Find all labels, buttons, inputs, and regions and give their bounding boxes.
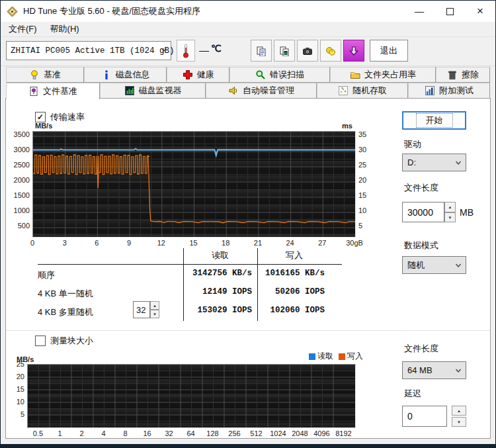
axis-tick-label: 1500 [7, 191, 30, 199]
doc-bulb-icon [28, 86, 39, 97]
row-4k-single-write: 50206 IOPS [245, 287, 325, 296]
tab-file-benchmark[interactable]: 文件基准 [6, 83, 100, 99]
info-icon [101, 69, 112, 80]
file-length-unit: MB [460, 207, 474, 218]
temperature-button[interactable] [177, 40, 195, 62]
row-sequential-read: 3142756 KB/s [173, 269, 252, 278]
menu-help[interactable]: 帮助(H) [45, 23, 85, 35]
axis-tick-label: 25 [2, 360, 24, 368]
drive-select[interactable]: D: [402, 154, 466, 171]
checkbox-box [35, 336, 46, 346]
chart-small-icon [425, 85, 435, 96]
tab-extra-tests[interactable]: 附加测试 [408, 83, 490, 99]
block-size-checkbox[interactable]: 测量块大小 [35, 335, 93, 347]
section-separator [6, 330, 490, 331]
copy-text-icon [256, 46, 267, 56]
row-4k-multi-label: 4 KB 多重随机 [38, 306, 93, 318]
axis-tick-label: 3 [50, 239, 79, 247]
tab-folder-usage[interactable]: 文件夹占用率 [330, 67, 436, 83]
camera-icon [302, 46, 313, 56]
lightbulb-icon [29, 69, 40, 80]
toolbar: ZHITAI PC005 Active 1TB (1024 gB) — ℃ 退出 [1, 37, 495, 66]
bar-chart-icon [124, 85, 135, 96]
hdtune-window: HD Tune 专业版 5.60 - 硬盘/固态硬盘实用程序 — × 文件(F)… [0, 0, 496, 448]
tab-benchmark[interactable]: 基准 [6, 67, 84, 83]
axis-tick-label: 25 [358, 161, 378, 169]
file-length2-select[interactable]: 64 MB [402, 361, 466, 379]
axis-tick-label: 3500 [7, 130, 30, 138]
chevron-down-icon [454, 261, 462, 269]
folder-icon [350, 69, 360, 80]
minimize-button[interactable]: — [404, 1, 434, 22]
tab-disk-info[interactable]: 磁盘信息 [84, 67, 167, 83]
data-mode-select[interactable]: 随机 [402, 256, 466, 274]
read-legend-swatch [309, 353, 315, 360]
file-length-input[interactable]: 30000 [402, 202, 444, 222]
transfer-rate-chart [32, 131, 356, 238]
tab-error-scan[interactable]: 错误扫描 [229, 67, 330, 83]
copy-image-icon [279, 46, 290, 56]
axis-tick-label: 5 [2, 410, 24, 418]
axis-tick-label: 1000 [7, 206, 30, 214]
row-4k-single-read: 12149 IOPS [173, 287, 252, 296]
row-4k-multi-read: 153029 IOPS [173, 306, 252, 315]
axis-tick-label: 0 [18, 239, 47, 247]
drive-selector[interactable]: ZHITAI PC005 Active 1TB (1024 gB) [6, 41, 171, 60]
title-bar: HD Tune 专业版 5.60 - 硬盘/固态硬盘实用程序 — × [1, 1, 495, 22]
axis-tick-label: 27 [308, 239, 337, 247]
axis-tick-label: 9 [114, 239, 144, 247]
chart1-y-unit: MB/s [35, 122, 52, 130]
tab-aam[interactable]: 自动噪音管理 [206, 83, 317, 99]
start-button[interactable]: 开始 [402, 111, 466, 130]
thermometer-icon [182, 43, 190, 59]
file-length2-label: 文件长度 [404, 343, 438, 355]
chevron-down-icon [160, 46, 168, 54]
delay-label: 延迟 [404, 388, 421, 400]
screenshot-button[interactable] [297, 40, 318, 62]
spin-down-button[interactable]: ▼ [452, 417, 466, 427]
spin-up-button[interactable]: ▲ [150, 301, 159, 310]
temperature-unit: ℃ [211, 43, 222, 54]
speaker-icon [228, 85, 239, 96]
chart2-legend: 读取 写入 [309, 351, 363, 362]
tab-random-access[interactable]: 随机存取 [317, 83, 408, 99]
axis-tick-label: 12 [147, 239, 176, 247]
file-benchmark-panel: ✓ 传输速率 MB/s ms 读取 写入 顺序 3142756 KB/s 101… [5, 98, 491, 439]
axis-tick-label: 3000 [7, 146, 30, 154]
spin-down-button[interactable]: ▼ [444, 212, 456, 222]
donate-button[interactable] [320, 40, 341, 62]
tab-erase[interactable]: 擦除 [436, 67, 490, 83]
spin-up-button[interactable]: ▲ [444, 202, 456, 212]
spin-up-button[interactable]: ▲ [452, 406, 466, 416]
tab-disk-monitor[interactable]: 磁盘监视器 [100, 83, 206, 99]
axis-tick-label: 20 [2, 373, 24, 381]
axis-tick-label: 2500 [7, 161, 30, 169]
menu-file[interactable]: 文件(F) [3, 23, 42, 35]
exit-button[interactable]: 退出 [370, 40, 408, 62]
axis-tick-label: 15 [2, 385, 24, 393]
spin-down-button[interactable]: ▼ [150, 310, 159, 318]
trash-icon [447, 69, 458, 80]
axis-tick-label: 5 [358, 222, 378, 230]
coins-icon [325, 46, 336, 56]
maximize-button[interactable] [434, 1, 465, 22]
axis-tick-label: 10 [2, 398, 24, 406]
data-mode-label: 数据模式 [404, 240, 438, 251]
row-4k-single-label: 4 KB 单一随机 [38, 288, 93, 300]
copy-text-button[interactable] [251, 40, 272, 62]
queue-depth-input[interactable]: 32 [133, 301, 150, 318]
close-button[interactable]: × [465, 1, 495, 22]
window-bottom-border [1, 444, 495, 447]
axis-tick-label: 35 [358, 130, 378, 138]
tab-row-2: 文件基准磁盘监视器自动噪音管理随机存取附加测试 [6, 83, 490, 99]
file-length-label: 文件长度 [404, 182, 438, 194]
download-icon [349, 46, 359, 56]
row-sequential-write: 1016165 KB/s [245, 269, 325, 278]
queue-depth-spinner: ▲ ▼ [150, 301, 159, 318]
download-button[interactable] [343, 40, 364, 62]
toolbar-buttons [251, 40, 364, 62]
axis-tick-label: 21 [243, 239, 272, 247]
delay-input[interactable]: 0 [402, 406, 447, 427]
tab-health[interactable]: 健康 [167, 67, 229, 83]
copy-image-button[interactable] [274, 40, 295, 62]
